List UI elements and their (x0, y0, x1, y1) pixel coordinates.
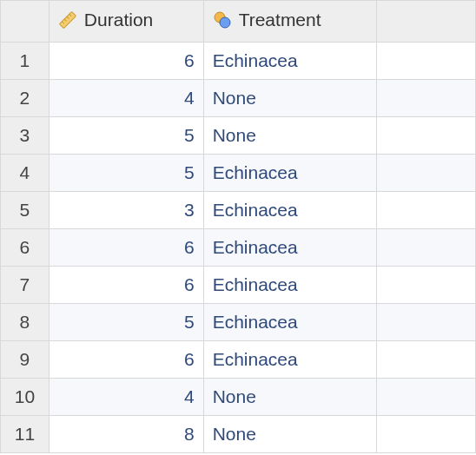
cell-treatment[interactable]: Echinacea (203, 341, 377, 379)
cell-duration[interactable]: 8 (49, 416, 203, 453)
cell-treatment[interactable]: None (203, 117, 377, 155)
table-row: 8 5 Echinacea (1, 304, 476, 341)
cell-duration[interactable]: 5 (49, 155, 203, 192)
row-header[interactable]: 11 (1, 416, 50, 453)
cell-treatment[interactable]: Echinacea (203, 304, 377, 341)
data-table: Duration Treatment 1 6 Echinacea 2 4 Non (0, 0, 476, 453)
cell-spare[interactable] (377, 341, 476, 379)
svg-rect-0 (59, 11, 76, 28)
cell-treatment[interactable]: Echinacea (203, 192, 377, 229)
table-row: 1 6 Echinacea (1, 43, 476, 80)
cell-spare[interactable] (377, 43, 476, 80)
table-row: 2 4 None (1, 80, 476, 117)
table-row: 3 5 None (1, 117, 476, 155)
cell-treatment[interactable]: None (203, 379, 377, 416)
cell-duration[interactable]: 5 (49, 304, 203, 341)
table-row: 4 5 Echinacea (1, 155, 476, 192)
column-header-treatment-label: Treatment (239, 10, 321, 30)
header-row: Duration Treatment (1, 1, 476, 43)
cell-duration[interactable]: 5 (49, 117, 203, 155)
cell-spare[interactable] (377, 267, 476, 304)
row-header[interactable]: 7 (1, 267, 50, 304)
svg-point-6 (220, 17, 230, 28)
row-header[interactable]: 5 (1, 192, 50, 229)
circles-icon (213, 10, 232, 30)
cell-treatment[interactable]: None (203, 416, 377, 453)
table-row: 9 6 Echinacea (1, 341, 476, 379)
cell-duration[interactable]: 3 (49, 192, 203, 229)
row-header[interactable]: 10 (1, 379, 50, 416)
cell-duration[interactable]: 4 (49, 80, 203, 117)
column-header-treatment[interactable]: Treatment (203, 1, 377, 43)
cell-spare[interactable] (377, 192, 476, 229)
table-row: 7 6 Echinacea (1, 267, 476, 304)
row-header[interactable]: 8 (1, 304, 50, 341)
row-header[interactable]: 6 (1, 229, 50, 267)
row-header[interactable]: 1 (1, 43, 50, 80)
table-row: 10 4 None (1, 379, 476, 416)
cell-spare[interactable] (377, 416, 476, 453)
cell-duration[interactable]: 6 (49, 341, 203, 379)
corner-cell[interactable] (1, 1, 50, 43)
cell-spare[interactable] (377, 80, 476, 117)
cell-duration[interactable]: 4 (49, 379, 203, 416)
ruler-icon (58, 10, 77, 30)
table-row: 5 3 Echinacea (1, 192, 476, 229)
table-row: 11 8 None (1, 416, 476, 453)
cell-duration[interactable]: 6 (49, 229, 203, 267)
cell-treatment[interactable]: Echinacea (203, 155, 377, 192)
row-header[interactable]: 2 (1, 80, 50, 117)
column-header-duration-label: Duration (84, 10, 153, 30)
row-header[interactable]: 9 (1, 341, 50, 379)
column-header-duration[interactable]: Duration (49, 1, 203, 43)
cell-treatment[interactable]: Echinacea (203, 267, 377, 304)
cell-spare[interactable] (377, 229, 476, 267)
row-header[interactable]: 4 (1, 155, 50, 192)
table-row: 6 6 Echinacea (1, 229, 476, 267)
cell-treatment[interactable]: None (203, 80, 377, 117)
cell-spare[interactable] (377, 117, 476, 155)
cell-spare[interactable] (377, 155, 476, 192)
cell-spare[interactable] (377, 304, 476, 341)
cell-spare[interactable] (377, 379, 476, 416)
cell-treatment[interactable]: Echinacea (203, 43, 377, 80)
column-header-spare[interactable] (377, 1, 476, 43)
cell-duration[interactable]: 6 (49, 43, 203, 80)
cell-treatment[interactable]: Echinacea (203, 229, 377, 267)
row-header[interactable]: 3 (1, 117, 50, 155)
cell-duration[interactable]: 6 (49, 267, 203, 304)
